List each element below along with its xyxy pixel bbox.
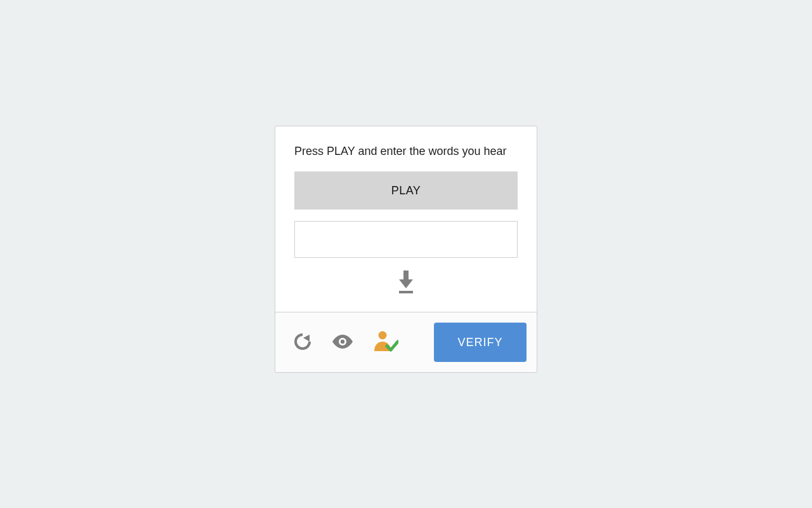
person-check-icon: [373, 331, 398, 354]
verify-button[interactable]: VERIFY: [434, 323, 527, 362]
play-button-label: PLAY: [391, 184, 421, 197]
captcha-footer: VERIFY: [275, 312, 537, 372]
captcha-card: Press PLAY and enter the words you hear …: [275, 126, 537, 373]
svg-rect-2: [399, 291, 413, 293]
play-button[interactable]: PLAY: [294, 171, 518, 210]
captcha-instructions: Press PLAY and enter the words you hear: [294, 143, 518, 160]
svg-marker-1: [399, 279, 413, 288]
switch-to-visual-button[interactable]: [329, 331, 357, 354]
accessibility-button[interactable]: [370, 328, 401, 357]
verify-button-label: VERIFY: [457, 336, 502, 349]
download-row: [294, 269, 518, 300]
refresh-icon: [293, 332, 312, 353]
captcha-body: Press PLAY and enter the words you hear …: [275, 126, 537, 312]
svg-point-6: [379, 331, 387, 339]
svg-point-5: [341, 339, 344, 343]
footer-icon-group: [291, 328, 401, 357]
refresh-button[interactable]: [291, 330, 315, 356]
download-icon: [396, 271, 416, 298]
svg-rect-0: [403, 271, 409, 279]
captcha-answer-input[interactable]: [294, 221, 518, 258]
svg-marker-3: [303, 335, 310, 342]
page-stage: Press PLAY and enter the words you hear …: [0, 0, 812, 508]
download-audio-link[interactable]: [396, 271, 416, 298]
eye-icon: [331, 333, 354, 352]
